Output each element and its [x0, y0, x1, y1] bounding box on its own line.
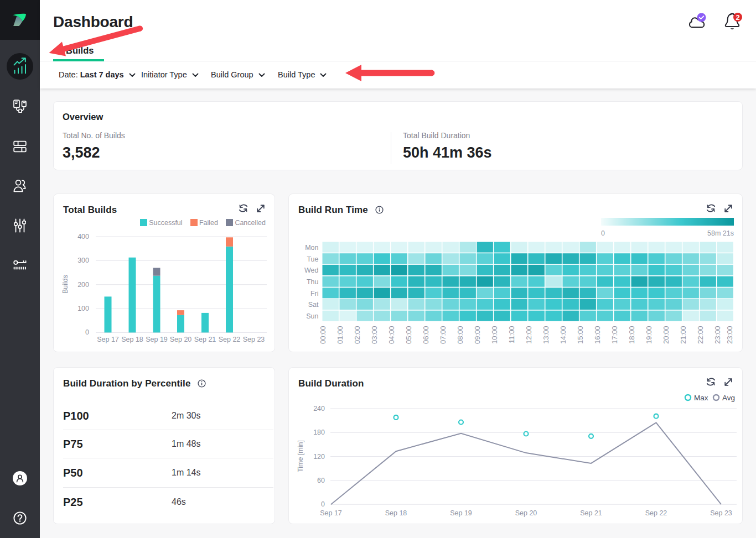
svg-text:Sep 23: Sep 23 — [710, 509, 732, 517]
svg-text:0: 0 — [85, 328, 89, 336]
svg-text:Time [min]: Time [min] — [297, 440, 304, 472]
svg-text:Thu: Thu — [307, 278, 319, 286]
svg-text:400: 400 — [77, 233, 89, 241]
svg-text:09:00: 09:00 — [474, 326, 482, 344]
svg-text:17:00: 17:00 — [611, 326, 619, 344]
svg-text:20:00: 20:00 — [662, 326, 671, 344]
svg-text:15:00: 15:00 — [577, 326, 585, 344]
svg-text:Fri: Fri — [310, 290, 319, 297]
svg-text:58m 21s: 58m 21s — [707, 229, 734, 237]
svg-text:120: 120 — [313, 453, 325, 461]
svg-text:07:00: 07:00 — [439, 326, 448, 344]
svg-text:300: 300 — [77, 257, 89, 264]
svg-text:Sep 19: Sep 19 — [450, 509, 472, 517]
svg-text:Tue: Tue — [307, 255, 318, 263]
svg-text:Mon: Mon — [305, 244, 318, 252]
svg-text:60: 60 — [317, 477, 325, 484]
svg-text:0: 0 — [321, 500, 325, 508]
svg-text:01:00: 01:00 — [336, 326, 345, 344]
svg-text:Sep 20: Sep 20 — [170, 336, 192, 343]
svg-text:Sep 21: Sep 21 — [580, 509, 602, 517]
svg-text:05:00: 05:00 — [405, 326, 413, 344]
svg-text:02:00: 02:00 — [354, 326, 362, 344]
svg-text:18:00: 18:00 — [628, 326, 636, 344]
svg-text:Builds: Builds — [61, 275, 69, 294]
svg-text:Sep 17: Sep 17 — [97, 336, 119, 343]
svg-text:0: 0 — [601, 229, 605, 237]
svg-text:Sun: Sun — [306, 312, 318, 320]
svg-text:21:00: 21:00 — [680, 326, 688, 344]
svg-text:Sep 23: Sep 23 — [243, 336, 265, 343]
svg-text:100: 100 — [77, 305, 89, 312]
svg-text:Avg: Avg — [722, 394, 735, 402]
svg-text:Sep 21: Sep 21 — [194, 336, 216, 343]
svg-text:180: 180 — [313, 429, 325, 436]
svg-text:04:00: 04:00 — [388, 326, 396, 344]
svg-text:Sep 19: Sep 19 — [146, 336, 168, 343]
svg-text:08:00: 08:00 — [457, 326, 465, 344]
svg-text:Sep 18: Sep 18 — [385, 509, 407, 517]
svg-text:11:00: 11:00 — [508, 326, 516, 343]
svg-text:Sep 22: Sep 22 — [219, 336, 241, 343]
svg-text:240: 240 — [313, 405, 325, 412]
svg-text:Max: Max — [694, 394, 708, 402]
svg-text:Sep 18: Sep 18 — [121, 336, 143, 343]
svg-text:06:00: 06:00 — [422, 326, 431, 344]
svg-text:19:00: 19:00 — [645, 326, 654, 344]
svg-text:22:00: 22:00 — [697, 326, 705, 344]
svg-text:2: 2 — [736, 13, 739, 22]
svg-text:00:00: 00:00 — [319, 326, 328, 344]
svg-text:13:00: 13:00 — [542, 326, 551, 344]
svg-text:23:00: 23:00 — [726, 326, 734, 344]
svg-text:Sep 20: Sep 20 — [515, 509, 537, 517]
svg-text:14:00: 14:00 — [560, 326, 568, 344]
svg-text:10:00: 10:00 — [491, 326, 499, 344]
svg-text:Wed: Wed — [304, 267, 319, 274]
svg-text:23:00: 23:00 — [714, 326, 722, 344]
svg-text:200: 200 — [77, 281, 89, 289]
svg-text:Sep 17: Sep 17 — [320, 509, 342, 517]
svg-text:Sep 22: Sep 22 — [645, 509, 667, 517]
svg-text:Sat: Sat — [308, 301, 319, 309]
svg-text:12:00: 12:00 — [525, 326, 534, 344]
svg-text:16:00: 16:00 — [594, 326, 602, 344]
svg-text:03:00: 03:00 — [371, 326, 379, 344]
